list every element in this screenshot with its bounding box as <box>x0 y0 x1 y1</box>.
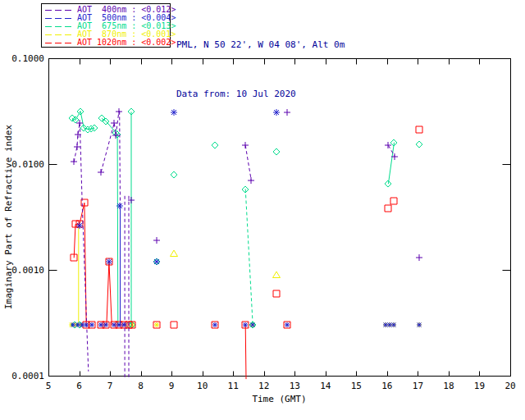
x-tick-label: 12 <box>258 381 269 391</box>
data-point-square <box>390 198 397 204</box>
data-point-square <box>273 290 280 297</box>
data-point-asterisk_small <box>212 322 217 327</box>
data-point-plus <box>153 237 160 244</box>
y-tick-label: 0.0001 <box>11 371 44 381</box>
data-point-plus <box>98 169 104 176</box>
data-point-asterisk_small <box>243 322 248 327</box>
data-point-diamond <box>171 171 177 178</box>
data-point-asterisk_small <box>103 322 108 327</box>
series-line <box>245 189 253 326</box>
data-point-plus <box>242 142 249 148</box>
x-tick-label: 11 <box>228 381 239 391</box>
series-line <box>245 326 246 380</box>
series-line <box>120 112 121 207</box>
x-tick-label: 19 <box>474 381 485 391</box>
aeronet-refractive-index-plot: AOT 400nm : <0.012>AOT 500nm : <0.004>AO… <box>0 0 525 420</box>
data-point-plus <box>71 158 77 165</box>
data-point-diamond <box>91 125 98 131</box>
data-point-square <box>416 126 422 133</box>
data-point-asterisk_small <box>250 322 255 327</box>
series-line <box>74 123 80 162</box>
chart-canvas: 5678910111213141516171819200.10000.01000… <box>0 0 525 420</box>
series-line <box>74 203 86 325</box>
x-tick-label: 13 <box>290 381 300 391</box>
data-point-asterisk <box>76 222 83 229</box>
x-tick-label: 9 <box>169 381 175 391</box>
data-point-asterisk_small <box>116 322 121 327</box>
series-aot-1020nm <box>71 126 422 379</box>
x-tick-label: 10 <box>197 381 208 391</box>
data-point-plus <box>248 177 254 184</box>
x-tick-label: 17 <box>413 381 423 391</box>
x-tick-label: 8 <box>138 381 144 391</box>
x-axis-title: Time (GMT) <box>252 394 306 404</box>
data-point-asterisk <box>153 258 160 265</box>
x-tick-label: 7 <box>107 381 113 391</box>
series-line <box>107 262 112 326</box>
data-point-square <box>171 322 177 328</box>
data-point-asterisk_small <box>121 322 126 327</box>
data-point-asterisk_small <box>391 322 396 327</box>
series-line <box>117 135 118 326</box>
data-point-square <box>385 205 391 212</box>
series-aot-500nm <box>71 109 422 327</box>
data-point-asterisk <box>171 109 177 116</box>
series-line <box>72 112 94 130</box>
series-line <box>388 143 394 184</box>
data-point-asterisk_small <box>112 322 116 327</box>
x-tick-label: 5 <box>46 381 52 391</box>
data-point-plus <box>284 109 290 116</box>
x-tick-label: 6 <box>76 381 82 391</box>
data-point-plus <box>116 108 122 115</box>
series-aot-870nm <box>69 228 422 327</box>
data-point-asterisk_small <box>98 322 103 327</box>
axis-labels: 5678910111213141516171819200.10000.01000… <box>3 53 516 404</box>
y-tick-label: 0.0100 <box>11 159 44 170</box>
y-tick-label: 0.0010 <box>11 265 44 276</box>
series-aot-400nm <box>71 108 422 379</box>
x-tick-label: 20 <box>504 381 515 391</box>
x-tick-label: 14 <box>320 381 331 391</box>
data-point-triangle <box>273 272 281 278</box>
data-point-asterisk <box>273 109 280 116</box>
series-aot-675nm <box>69 108 422 328</box>
y-tick-label: 0.1000 <box>11 53 44 64</box>
x-tick-label: 18 <box>443 381 454 391</box>
data-point-asterisk_small <box>89 322 94 327</box>
data-point-asterisk_small <box>417 322 422 327</box>
data-point-plus <box>111 120 117 126</box>
data-point-asterisk <box>106 258 112 265</box>
data-point-diamond <box>212 142 218 148</box>
x-tick-label: 16 <box>381 381 392 391</box>
y-axis-title: Imaginary Part of Refractive index <box>3 125 14 310</box>
series-line <box>245 145 251 180</box>
data-point-asterisk_small <box>71 322 75 327</box>
data-point-asterisk <box>116 203 123 209</box>
x-tick-label: 15 <box>351 381 362 391</box>
series-line <box>80 123 89 372</box>
data-point-plus <box>416 254 422 261</box>
data-point-plus <box>74 144 80 150</box>
data-point-asterisk_small <box>285 322 290 327</box>
data-point-diamond <box>273 148 280 155</box>
data-point-asterisk_small <box>84 322 89 327</box>
data-point-diamond <box>69 115 75 121</box>
data-point-triangle <box>171 250 178 257</box>
data-point-asterisk_small <box>154 322 159 327</box>
data-point-diamond <box>416 141 422 148</box>
